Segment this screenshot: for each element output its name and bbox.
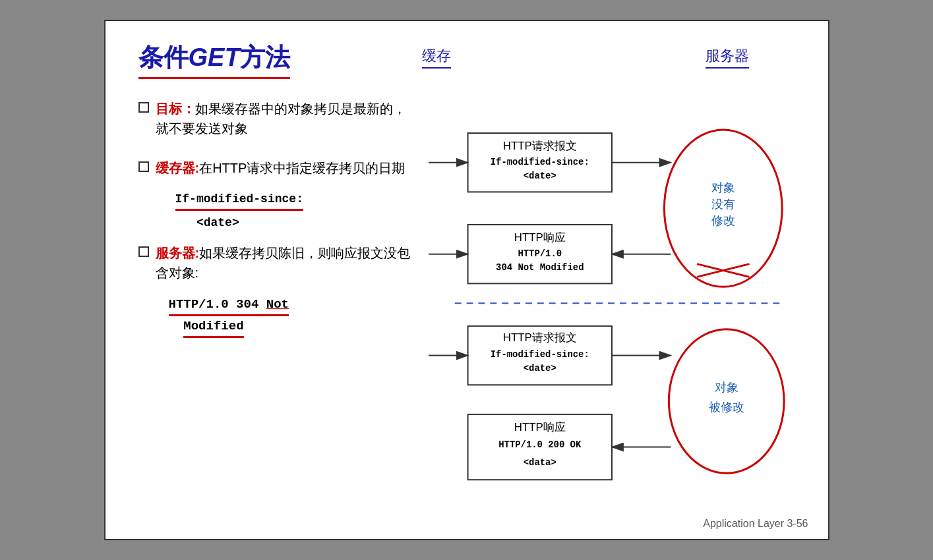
diagram-svg: HTTP请求报文 If-modified-since: <date> HTTP响… (429, 86, 795, 547)
bullet-3-prefix: 服务器: (156, 246, 200, 260)
svg-text:对象: 对象 (711, 181, 735, 194)
svg-text:304 Not Modified: 304 Not Modified (496, 263, 584, 273)
bullet-3-text: 服务器:如果缓存拷贝陈旧，则响应报文没包含对象: (156, 243, 415, 283)
slide: 条件GET方法 缓存 服务器 目标：如果缓存器中的对象拷贝是最新的，就不要发送对… (104, 20, 829, 540)
bullet-box-1 (138, 102, 149, 113)
cache-label: 缓存 (422, 46, 451, 69)
svg-text:对象: 对象 (714, 381, 738, 394)
bullet-box-2 (138, 161, 149, 172)
slide-title: 条件GET方法 (138, 41, 290, 79)
code1-line1-text: If-modified-since: (175, 190, 303, 211)
http-code-line1: HTTP/1.0 304 Not (169, 294, 289, 316)
bullet-2: 缓存器:在HTTP请求中指定缓存拷贝的日期 (138, 158, 415, 178)
bullet-3: 服务器:如果缓存拷贝陈旧，则响应报文没包含对象: (138, 243, 415, 283)
svg-text:If-modified-since:: If-modified-since: (490, 349, 589, 360)
svg-text:<data>: <data> (523, 457, 556, 468)
code1-line1: If-modified-since: (175, 190, 415, 211)
svg-text:If-modified-since:: If-modified-since: (490, 157, 589, 167)
svg-text:HTTP请求报文: HTTP请求报文 (502, 140, 576, 152)
svg-text:HTTP/1.0 200 OK: HTTP/1.0 200 OK (498, 439, 582, 450)
svg-text:被修改: 被修改 (708, 401, 744, 414)
code1-line2: <date> (175, 213, 415, 233)
bullet-2-prefix: 缓存器: (156, 161, 200, 175)
right-panel: HTTP请求报文 If-modified-since: <date> HTTP响… (429, 86, 795, 549)
bullet-1-text: 目标：如果缓存器中的对象拷贝是最新的，就不要发送对象 (156, 99, 415, 138)
bullet-2-body: 在HTTP请求中指定缓存拷贝的日期 (199, 161, 405, 175)
svg-text:没有: 没有 (711, 198, 735, 211)
bullet-1: 目标：如果缓存器中的对象拷贝是最新的，就不要发送对象 (138, 99, 415, 138)
svg-text:修改: 修改 (711, 214, 735, 227)
svg-text:<date>: <date> (523, 171, 556, 182)
left-panel: 目标：如果缓存器中的对象拷贝是最新的，就不要发送对象 缓存器:在HTTP请求中指… (138, 99, 415, 549)
svg-text:HTTP响应: HTTP响应 (514, 421, 565, 434)
bullet-2-text: 缓存器:在HTTP请求中指定缓存拷贝的日期 (156, 158, 406, 178)
http-code: HTTP/1.0 304 Not Modified (169, 294, 415, 339)
svg-text:HTTP请求报文: HTTP请求报文 (502, 331, 576, 344)
svg-text:HTTP响应: HTTP响应 (514, 231, 565, 244)
bullet-box-3 (138, 246, 149, 257)
svg-text:HTTP/1.0: HTTP/1.0 (518, 248, 562, 259)
server-label: 服务器 (706, 46, 749, 69)
http-code-line2: Modified (183, 316, 243, 338)
code1-line2-text: <date> (196, 216, 239, 229)
footer: Application Layer 3-56 (703, 518, 808, 530)
svg-text:<date>: <date> (523, 363, 556, 374)
bullet-1-prefix: 目标： (156, 101, 195, 116)
